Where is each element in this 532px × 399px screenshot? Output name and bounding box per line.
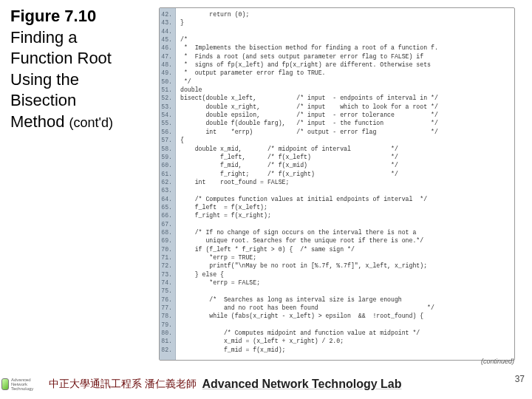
lab-logo: Advanced Network Technology: [1, 374, 46, 395]
page-number: 37: [515, 374, 525, 384]
code-line: bisect(double x_left, /* input - endpoin…: [180, 94, 512, 102]
code-line: [180, 287, 512, 295]
line-number: 77.: [161, 304, 172, 312]
code-line: f_right; /* f(x_right) */: [180, 170, 512, 178]
line-number: 68.: [161, 228, 172, 236]
figure-title-line4: Bisection: [10, 90, 155, 112]
code-line: * Implements the bisection method for fi…: [180, 44, 512, 52]
code-line: }: [180, 18, 512, 27]
line-number: 73.: [161, 270, 172, 279]
line-number: 55.: [161, 119, 172, 127]
code-line: double epsilon, /* input - error toleran…: [180, 111, 512, 119]
line-number: 64.: [161, 195, 172, 203]
globe-icon: [1, 378, 9, 390]
code-line: *errp = FALSE;: [180, 279, 512, 287]
code-line: f_left, /* f(x_left) */: [180, 153, 512, 161]
code-line: /* Computes function values at initial e…: [180, 195, 512, 203]
line-number: 74.: [161, 279, 172, 287]
code-line: f_left = f(x_left);: [180, 203, 512, 211]
code-line: double: [180, 86, 512, 94]
line-number: 81.: [161, 337, 172, 345]
line-number: 66.: [161, 211, 172, 219]
code-line: [180, 27, 512, 35]
line-number: 67.: [161, 220, 172, 228]
line-number: 53.: [161, 103, 172, 111]
line-number: 52.: [161, 94, 172, 102]
footer-right-text: Advanced Network Technology Lab: [202, 378, 402, 391]
line-number: 56.: [161, 128, 172, 136]
line-number: 49.: [161, 69, 172, 77]
line-number: 43.: [161, 18, 172, 27]
line-number: 44.: [161, 27, 172, 35]
line-number: 46.: [161, 44, 172, 52]
code-line: while (fabs(x_right - x_left) > epsilon …: [180, 312, 512, 320]
line-number: 79.: [161, 321, 172, 329]
figure-title-line1: Finding a: [10, 27, 155, 49]
code-line: f_mid, /* f(x_mid) */: [180, 161, 512, 169]
code-line: double x_right, /* input which to look f…: [180, 103, 512, 111]
line-number: 70.: [161, 245, 172, 253]
line-number: 71.: [161, 253, 172, 262]
code-line: *errp = TRUE;: [180, 253, 512, 262]
code-line: printf("\nMay be no root in [%.7f, %.7f]…: [180, 262, 512, 270]
figure-title-line2: Function Root: [10, 48, 155, 69]
footer-left-text: 中正大學通訊工程系 潘仁義老師: [49, 378, 197, 391]
figure-title-line3: Using the: [10, 69, 155, 91]
line-number: 57.: [161, 136, 172, 144]
code-line: f_mid = f(x_mid);: [180, 346, 512, 354]
line-number: 82.: [161, 346, 172, 354]
code-line: int root_found = FALSE;: [180, 178, 512, 186]
line-number: 78.: [161, 312, 172, 320]
code-line: {: [180, 136, 512, 144]
code-line: * output parameter error flag to TRUE.: [180, 69, 512, 77]
code-line: /*: [180, 35, 512, 44]
line-number: 72.: [161, 262, 172, 270]
line-number-gutter: 42.43.44.45.46.47.48.49.50.51.52.53.54.5…: [160, 8, 176, 360]
code-line: } else {: [180, 270, 512, 279]
code-line: [180, 220, 512, 228]
code-body: return (0);}/* * Implements the bisectio…: [176, 8, 512, 360]
line-number: 42.: [161, 10, 172, 18]
line-number: 45.: [161, 35, 172, 44]
line-number: 75.: [161, 287, 172, 295]
code-line: * signs of fp(x_left) and fp(x_right) ar…: [180, 61, 512, 69]
line-number: 50.: [161, 78, 172, 86]
line-number: 80.: [161, 329, 172, 337]
line-number: 60.: [161, 161, 172, 169]
line-number: 69.: [161, 236, 172, 245]
code-line: /* Computes midpoint and function value …: [180, 329, 512, 337]
code-line: if (f_left * f_right > 0) { /* same sign…: [180, 245, 512, 253]
continued-label: (continued): [481, 358, 514, 365]
line-number: 76.: [161, 296, 172, 304]
line-number: 59.: [161, 153, 172, 161]
figure-label: Figure 7.10: [10, 6, 155, 27]
code-line: double f(double farg), /* input - the fu…: [180, 119, 512, 127]
code-line: /* Searches as long as interval size is …: [180, 296, 512, 304]
line-number: 51.: [161, 86, 172, 94]
line-number: 54.: [161, 111, 172, 119]
figure-title-line5: Method (cont'd): [10, 112, 155, 133]
line-number: 61.: [161, 170, 172, 178]
code-line: f_right = f(x_right);: [180, 211, 512, 219]
code-listing: 42.43.44.45.46.47.48.49.50.51.52.53.54.5…: [159, 7, 515, 361]
code-line: [180, 321, 512, 329]
footer: Advanced Network Technology 中正大學通訊工程系 潘仁…: [0, 374, 532, 395]
code-line: double x_mid, /* midpoint of interval */: [180, 145, 512, 153]
line-number: 48.: [161, 61, 172, 69]
code-line: /* If no change of sign occurs on the in…: [180, 228, 512, 236]
logo-text: Advanced Network Technology: [11, 378, 46, 391]
code-line: and no root has been found */: [180, 304, 512, 312]
code-line: * Finds a root (and sets output paramete…: [180, 52, 512, 61]
code-line: x_mid = (x_left + x_right) / 2.0;: [180, 337, 512, 345]
code-line: [180, 186, 512, 194]
code-line: unique root. Searches for the unique roo…: [180, 236, 512, 245]
code-line: int *errp) /* output - error flag */: [180, 128, 512, 136]
line-number: 65.: [161, 203, 172, 211]
line-number: 62.: [161, 178, 172, 186]
figure-heading: Figure 7.10 Finding a Function Root Usin…: [10, 6, 155, 133]
line-number: 63.: [161, 186, 172, 194]
code-line: */: [180, 78, 512, 86]
line-number: 58.: [161, 145, 172, 153]
line-number: 47.: [161, 52, 172, 61]
code-line: return (0);: [180, 10, 512, 18]
